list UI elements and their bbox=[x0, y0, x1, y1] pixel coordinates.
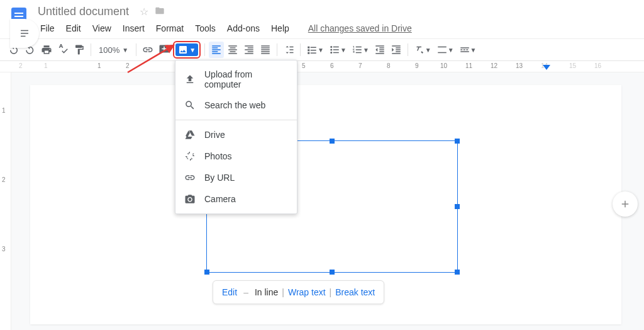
spellcheck-button[interactable] bbox=[55, 42, 70, 58]
drive-item[interactable]: Drive bbox=[175, 124, 297, 145]
wrap-text-option[interactable]: Wrap text bbox=[288, 287, 326, 297]
align-justify-button[interactable] bbox=[258, 42, 273, 58]
menu-format[interactable]: Format bbox=[151, 21, 189, 36]
svg-rect-2 bbox=[14, 16, 23, 17]
clear-formatting-button[interactable]: ▼ bbox=[412, 42, 433, 58]
link-button[interactable] bbox=[140, 42, 155, 58]
separator bbox=[204, 43, 205, 56]
search-web-item[interactable]: Search the web bbox=[175, 94, 297, 116]
separator bbox=[175, 120, 297, 120]
svg-point-8 bbox=[189, 198, 192, 201]
separator bbox=[300, 43, 301, 56]
resize-handle[interactable] bbox=[455, 204, 460, 209]
align-center-button[interactable] bbox=[225, 42, 240, 58]
saved-status[interactable]: All changes saved in Drive bbox=[303, 21, 417, 36]
edit-link[interactable]: Edit bbox=[222, 287, 237, 297]
resize-handle[interactable] bbox=[330, 270, 335, 275]
align-left-button[interactable] bbox=[209, 42, 224, 58]
folder-icon[interactable] bbox=[155, 6, 165, 18]
upload-item[interactable]: Upload from computer bbox=[175, 64, 297, 94]
resize-handle[interactable] bbox=[455, 139, 460, 144]
align-right-button[interactable] bbox=[242, 42, 257, 58]
menu-view[interactable]: View bbox=[87, 21, 116, 36]
paint-format-button[interactable] bbox=[72, 42, 87, 58]
svg-marker-7 bbox=[543, 65, 550, 70]
svg-rect-1 bbox=[14, 13, 23, 14]
outline-button[interactable] bbox=[10, 19, 39, 48]
insert-image-dropdown: Upload from computer Search the web Driv… bbox=[175, 60, 297, 214]
svg-point-5 bbox=[330, 49, 332, 51]
menu-help[interactable]: Help bbox=[266, 21, 294, 36]
resize-handle[interactable] bbox=[330, 139, 335, 144]
inline-option[interactable]: In line bbox=[255, 287, 278, 297]
svg-point-6 bbox=[330, 52, 332, 54]
increase-indent-button[interactable] bbox=[389, 42, 404, 58]
bullet-list-button[interactable]: ▼ bbox=[327, 42, 348, 58]
vertical-ruler: 1 2 3 bbox=[0, 72, 11, 330]
toolbar: 100%▼ ▼ ▼ ▼ ▼ ▼ ▼ ▼ bbox=[0, 38, 644, 61]
by-url-item[interactable]: By URL bbox=[175, 167, 297, 188]
insert-image-button[interactable]: ▼ bbox=[175, 43, 198, 56]
zoom-select[interactable]: 100%▼ bbox=[95, 45, 132, 55]
page[interactable]: Edit – In line | Wrap text | Break text bbox=[30, 85, 621, 324]
separator bbox=[136, 43, 136, 56]
workspace: 1 2 3 Edit – In line | Wrap text | bbox=[0, 72, 644, 330]
separator bbox=[277, 43, 277, 56]
horizontal-ruler: 2 1 1 2 5 6 7 8 9 10 11 12 13 14 15 16 bbox=[0, 61, 644, 72]
right-indent-marker[interactable] bbox=[543, 65, 550, 71]
decrease-indent-button[interactable] bbox=[372, 42, 387, 58]
title-area: Untitled document ☆ File Edit View Inser… bbox=[35, 4, 417, 36]
menu-edit[interactable]: Edit bbox=[61, 21, 86, 36]
checklist-button[interactable]: ▼ bbox=[304, 42, 326, 58]
separator bbox=[408, 43, 408, 56]
doc-title[interactable]: Untitled document bbox=[35, 4, 131, 20]
canvas-area: Edit – In line | Wrap text | Break text bbox=[11, 72, 644, 330]
menu-bar: File Edit View Insert Format Tools Add-o… bbox=[35, 21, 417, 36]
border-style-button[interactable]: ▼ bbox=[457, 42, 479, 58]
header: Untitled document ☆ File Edit View Inser… bbox=[0, 0, 644, 36]
menu-addons[interactable]: Add-ons bbox=[222, 21, 265, 36]
resize-handle[interactable] bbox=[455, 270, 460, 275]
explore-button[interactable] bbox=[613, 191, 638, 217]
svg-point-4 bbox=[330, 46, 332, 48]
break-text-option[interactable]: Break text bbox=[335, 287, 375, 297]
border-color-button[interactable]: ▼ bbox=[435, 42, 456, 58]
resize-handle[interactable] bbox=[204, 270, 209, 275]
separator bbox=[91, 43, 91, 56]
insert-image-highlight: ▼ bbox=[173, 41, 201, 59]
numbered-list-button[interactable]: ▼ bbox=[350, 42, 371, 58]
line-spacing-button[interactable] bbox=[281, 42, 296, 58]
camera-item[interactable]: Camera bbox=[175, 188, 297, 210]
comment-button[interactable] bbox=[157, 42, 172, 58]
menu-insert[interactable]: Insert bbox=[118, 21, 150, 36]
print-button[interactable] bbox=[39, 42, 54, 58]
menu-tools[interactable]: Tools bbox=[190, 21, 221, 36]
star-icon[interactable]: ☆ bbox=[140, 6, 148, 18]
photos-item[interactable]: Photos bbox=[175, 145, 297, 167]
image-options-toolbar: Edit – In line | Wrap text | Break text bbox=[213, 280, 384, 304]
